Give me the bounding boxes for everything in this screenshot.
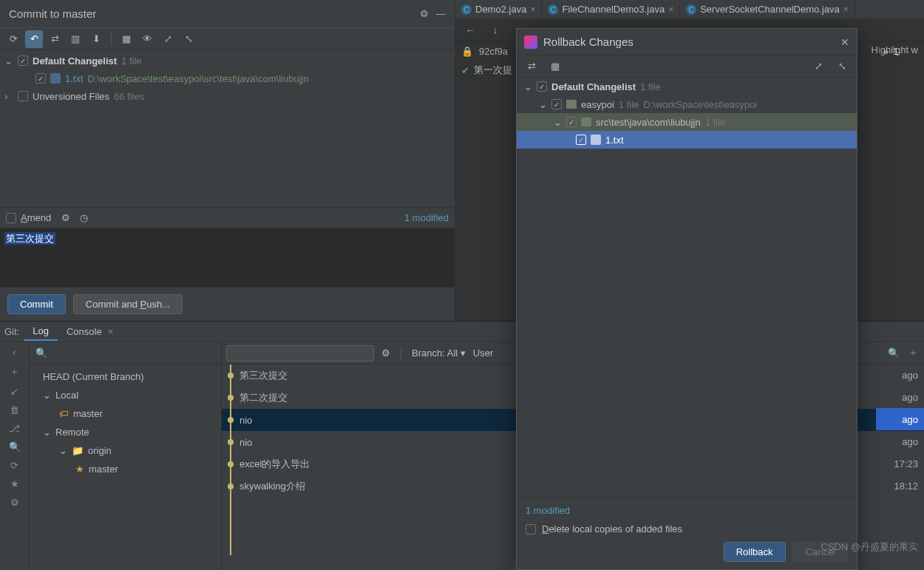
project-count: 1 file — [619, 99, 639, 110]
modified-link[interactable]: 1 modified — [526, 505, 848, 516]
gear-icon[interactable]: ⚙ — [381, 347, 390, 359]
add-icon[interactable]: ＋ — [908, 346, 918, 359]
close-icon[interactable]: × — [843, 4, 849, 15]
unversioned-row[interactable]: › Unversioned Files 66 files — [0, 87, 455, 105]
file-row[interactable]: 1.txt — [517, 131, 857, 149]
local-master[interactable]: 🏷master — [30, 404, 221, 423]
back-icon[interactable]: ‹ — [13, 347, 16, 358]
line-count: 1 — [893, 46, 898, 57]
changelist-row[interactable]: ⌄ Default Changelist 1 file — [517, 78, 857, 95]
unversioned-label: Unversioned Files — [33, 91, 109, 102]
project-row[interactable]: ⌄ easypoi 1 file D:\workSpace\test\easyp… — [517, 95, 857, 113]
tab-console[interactable]: Console — [58, 323, 111, 340]
project-name: easypoi — [581, 99, 614, 110]
amend-checkbox[interactable] — [6, 213, 16, 223]
star-icon[interactable]: ★ — [10, 478, 19, 489]
chevrons-icon[interactable]: » — [883, 46, 889, 57]
tab-demo2[interactable]: CDemo2.java× — [455, 0, 542, 18]
close-icon[interactable]: × — [108, 326, 114, 337]
tag-icon: 🏷 — [59, 408, 69, 419]
close-icon[interactable]: × — [668, 4, 673, 15]
panel-title: Commit to master — [9, 7, 420, 20]
package-name: src\test\java\com\liubujjn — [596, 117, 701, 128]
checkbox[interactable] — [551, 99, 562, 109]
nav-down-icon[interactable]: ↓ — [486, 21, 504, 39]
expand-icon[interactable]: ⤢ — [159, 30, 177, 48]
branch-icon[interactable]: ⎇ — [9, 423, 20, 434]
nav-back-icon[interactable]: ← — [461, 21, 479, 39]
rollback-button[interactable]: Rollback — [724, 542, 786, 562]
checkbox[interactable] — [566, 117, 577, 127]
tab-filechannel3[interactable]: CFileChannelDemo3.java× — [542, 0, 680, 18]
changelist-count: 1 file — [121, 55, 141, 67]
delete-checkbox[interactable] — [526, 524, 536, 535]
group-icon[interactable]: ▦ — [546, 58, 564, 75]
local-row[interactable]: ⌄Local — [30, 386, 221, 404]
diff-icon[interactable]: ⇄ — [46, 30, 64, 48]
java-icon: C — [548, 4, 558, 15]
package-row[interactable]: ⌄ src\test\java\com\liubujjn 1 file — [517, 113, 857, 131]
checkbox[interactable] — [537, 81, 547, 92]
chevron-down-icon[interactable]: ⌄ — [4, 55, 13, 67]
tab-serversocket[interactable]: CServerSocketChannelDemo.java× — [680, 0, 855, 18]
delete-icon[interactable]: 🗑 — [10, 404, 19, 415]
check-icon: ✔ — [461, 65, 469, 76]
collapse-icon[interactable]: ⤡ — [180, 30, 197, 48]
commit-button[interactable]: Commit — [7, 294, 66, 314]
search-icon[interactable]: 🔍 — [888, 347, 900, 359]
chevron-down-icon[interactable]: ⌄ — [524, 81, 532, 92]
chevron-right-icon[interactable]: › — [4, 91, 13, 102]
pull-icon[interactable]: ↙ — [10, 386, 18, 397]
branches-pane: 🔍 HEAD (Current Branch) ⌄Local 🏷master ⌄… — [30, 342, 222, 570]
user-filter[interactable]: User — [473, 347, 493, 359]
gear-icon[interactable]: ⚙ — [420, 8, 429, 19]
commit-push-button[interactable]: Commit and Push... — [73, 294, 183, 314]
search-icon[interactable]: 🔍 — [9, 441, 21, 452]
expand-icon[interactable]: ⤢ — [809, 58, 827, 75]
add-icon[interactable]: ＋ — [10, 365, 19, 379]
gear-icon[interactable]: ⚙ — [10, 497, 19, 508]
commit-message-input[interactable]: 第三次提交 — [0, 228, 455, 287]
dialog-title: Rollback Changes — [543, 35, 835, 48]
file-name: 1.txt — [605, 135, 624, 146]
changelist-row[interactable]: ⌄ Default Changelist 1 file — [0, 52, 455, 69]
minimize-icon[interactable]: — — [436, 8, 446, 19]
checkbox[interactable] — [576, 135, 586, 145]
checkbox[interactable] — [18, 91, 28, 101]
chevron-down-icon[interactable]: ⌄ — [539, 99, 547, 110]
origin-row[interactable]: ⌄📁origin — [30, 441, 221, 460]
java-icon: C — [461, 4, 472, 15]
branch-search[interactable]: 🔍 — [30, 342, 221, 364]
rollback-icon[interactable]: ↶ — [25, 30, 43, 48]
remote-row[interactable]: ⌄Remote — [30, 423, 221, 441]
tab-log[interactable]: Log — [24, 322, 58, 341]
head-row[interactable]: HEAD (Current Branch) — [30, 367, 221, 386]
file-row[interactable]: 1.txt D:\workSpace\test\easypoi\src\test… — [0, 69, 455, 87]
commit-toolbar: ⟳ ↶ ⇄ ▥ ⬇ ▦ 👁 ⤢ ⤡ — [0, 28, 455, 50]
folder-icon — [581, 118, 591, 126]
shelve-icon[interactable]: ⬇ — [87, 30, 105, 48]
gear-icon[interactable]: ⚙ — [57, 209, 75, 227]
modified-count[interactable]: 1 modified — [404, 212, 449, 223]
checkbox[interactable] — [35, 73, 46, 84]
origin-master[interactable]: ★master — [30, 460, 221, 478]
refresh-icon[interactable]: ⟳ — [10, 460, 18, 471]
branch-filter[interactable]: Branch: All ▾ — [412, 347, 466, 359]
time-cell: 17:23 — [876, 452, 924, 475]
changelist-name: Default Changelist — [551, 81, 636, 92]
log-search-input[interactable] — [226, 345, 374, 362]
project-path: D:\workSpace\test\easypoi — [643, 99, 757, 110]
commit-message-text: 第三次提交 — [4, 232, 55, 245]
folder-icon: 📁 — [72, 445, 84, 456]
close-icon[interactable]: ✕ — [840, 36, 849, 48]
collapse-icon[interactable]: ⤡ — [833, 58, 851, 75]
checkbox[interactable] — [18, 55, 28, 66]
changelist-icon[interactable]: ▥ — [67, 30, 84, 48]
close-icon[interactable]: × — [530, 4, 535, 15]
diff-icon[interactable]: ⇄ — [523, 58, 540, 75]
refresh-icon[interactable]: ⟳ — [4, 30, 22, 48]
preview-icon[interactable]: 👁 — [138, 30, 156, 48]
chevron-down-icon[interactable]: ⌄ — [554, 117, 562, 128]
history-icon[interactable]: ◷ — [75, 209, 92, 227]
group-icon[interactable]: ▦ — [118, 30, 135, 48]
